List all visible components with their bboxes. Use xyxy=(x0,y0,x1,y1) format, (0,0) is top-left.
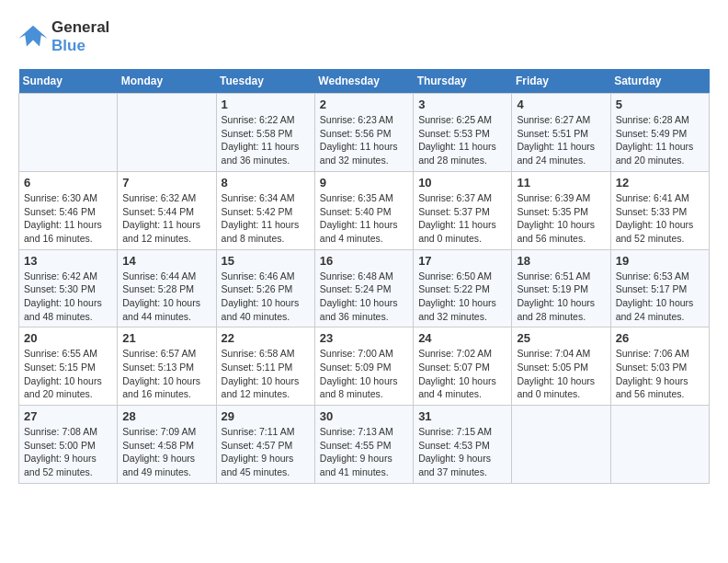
calendar-cell xyxy=(118,94,216,172)
day-info: Sunrise: 6:57 AM Sunset: 5:13 PM Dayligh… xyxy=(122,347,210,401)
day-number: 23 xyxy=(320,331,408,345)
calendar-cell: 12Sunrise: 6:41 AM Sunset: 5:33 PM Dayli… xyxy=(610,171,709,249)
logo-text-blue: Blue xyxy=(51,37,109,55)
day-info: Sunrise: 6:28 AM Sunset: 5:49 PM Dayligh… xyxy=(616,113,704,167)
day-number: 28 xyxy=(122,409,210,423)
calendar-cell: 29Sunrise: 7:11 AM Sunset: 4:57 PM Dayli… xyxy=(216,406,314,484)
day-number: 6 xyxy=(24,176,112,190)
day-number: 8 xyxy=(222,176,310,190)
day-number: 19 xyxy=(616,254,704,268)
day-number: 7 xyxy=(122,176,210,190)
calendar-cell: 19Sunrise: 6:53 AM Sunset: 5:17 PM Dayli… xyxy=(610,249,709,327)
day-number: 21 xyxy=(122,331,210,345)
calendar-cell: 25Sunrise: 7:04 AM Sunset: 5:05 PM Dayli… xyxy=(512,327,610,406)
calendar-cell: 18Sunrise: 6:51 AM Sunset: 5:19 PM Dayli… xyxy=(512,249,610,327)
day-info: Sunrise: 7:11 AM Sunset: 4:57 PM Dayligh… xyxy=(222,425,310,479)
logo-bird-icon xyxy=(18,24,48,50)
calendar-cell: 31Sunrise: 7:15 AM Sunset: 4:53 PM Dayli… xyxy=(414,406,512,484)
day-info: Sunrise: 6:34 AM Sunset: 5:42 PM Dayligh… xyxy=(222,191,310,246)
day-info: Sunrise: 6:48 AM Sunset: 5:24 PM Dayligh… xyxy=(320,270,408,324)
calendar-cell: 21Sunrise: 6:57 AM Sunset: 5:13 PM Dayli… xyxy=(118,327,216,406)
day-info: Sunrise: 7:02 AM Sunset: 5:07 PM Dayligh… xyxy=(418,347,506,401)
day-info: Sunrise: 6:39 AM Sunset: 5:35 PM Dayligh… xyxy=(517,191,605,246)
calendar-cell: 10Sunrise: 6:37 AM Sunset: 5:37 PM Dayli… xyxy=(414,171,512,249)
day-number: 13 xyxy=(24,254,112,268)
day-number: 31 xyxy=(418,409,506,423)
calendar-cell: 15Sunrise: 6:46 AM Sunset: 5:26 PM Dayli… xyxy=(216,249,314,327)
day-info: Sunrise: 7:08 AM Sunset: 5:00 PM Dayligh… xyxy=(24,425,112,479)
calendar-cell: 27Sunrise: 7:08 AM Sunset: 5:00 PM Dayli… xyxy=(19,406,118,484)
day-number: 29 xyxy=(222,409,310,423)
calendar-cell: 16Sunrise: 6:48 AM Sunset: 5:24 PM Dayli… xyxy=(314,249,413,327)
day-number: 17 xyxy=(418,254,506,268)
day-number: 9 xyxy=(320,176,408,190)
calendar-week-row: 13Sunrise: 6:42 AM Sunset: 5:30 PM Dayli… xyxy=(19,249,710,327)
day-info: Sunrise: 6:46 AM Sunset: 5:26 PM Dayligh… xyxy=(222,270,310,324)
calendar-week-row: 1Sunrise: 6:22 AM Sunset: 5:58 PM Daylig… xyxy=(19,94,710,172)
calendar-cell: 30Sunrise: 7:13 AM Sunset: 4:55 PM Dayli… xyxy=(314,406,413,484)
day-number: 4 xyxy=(517,98,605,111)
day-number: 11 xyxy=(517,176,605,190)
calendar-cell xyxy=(512,406,610,484)
calendar-cell: 28Sunrise: 7:09 AM Sunset: 4:58 PM Dayli… xyxy=(118,406,216,484)
weekday-header-cell: Tuesday xyxy=(216,69,314,94)
calendar-cell: 17Sunrise: 6:50 AM Sunset: 5:22 PM Dayli… xyxy=(414,249,512,327)
day-number: 30 xyxy=(320,409,408,423)
day-number: 27 xyxy=(24,409,112,423)
calendar-cell: 1Sunrise: 6:22 AM Sunset: 5:58 PM Daylig… xyxy=(216,94,314,172)
calendar-cell: 11Sunrise: 6:39 AM Sunset: 5:35 PM Dayli… xyxy=(512,171,610,249)
calendar-cell: 20Sunrise: 6:55 AM Sunset: 5:15 PM Dayli… xyxy=(19,327,118,406)
day-number: 18 xyxy=(517,254,605,268)
day-number: 12 xyxy=(616,176,704,190)
day-info: Sunrise: 7:04 AM Sunset: 5:05 PM Dayligh… xyxy=(517,347,605,401)
day-number: 25 xyxy=(517,331,605,345)
day-info: Sunrise: 6:30 AM Sunset: 5:46 PM Dayligh… xyxy=(24,191,112,246)
calendar-cell: 26Sunrise: 7:06 AM Sunset: 5:03 PM Dayli… xyxy=(610,327,709,406)
calendar-week-row: 27Sunrise: 7:08 AM Sunset: 5:00 PM Dayli… xyxy=(19,406,710,484)
weekday-header-cell: Monday xyxy=(118,69,216,94)
calendar-cell: 6Sunrise: 6:30 AM Sunset: 5:46 PM Daylig… xyxy=(19,171,118,249)
calendar-cell: 4Sunrise: 6:27 AM Sunset: 5:51 PM Daylig… xyxy=(512,94,610,172)
day-info: Sunrise: 6:50 AM Sunset: 5:22 PM Dayligh… xyxy=(418,270,506,324)
weekday-header-cell: Saturday xyxy=(610,69,709,94)
day-number: 15 xyxy=(222,254,310,268)
calendar-week-row: 6Sunrise: 6:30 AM Sunset: 5:46 PM Daylig… xyxy=(19,171,710,249)
logo: General Blue xyxy=(18,18,109,54)
day-number: 14 xyxy=(122,254,210,268)
calendar-table: SundayMondayTuesdayWednesdayThursdayFrid… xyxy=(18,69,710,484)
day-number: 3 xyxy=(418,98,506,111)
calendar-cell xyxy=(19,94,118,172)
calendar-week-row: 20Sunrise: 6:55 AM Sunset: 5:15 PM Dayli… xyxy=(19,327,710,406)
day-info: Sunrise: 6:35 AM Sunset: 5:40 PM Dayligh… xyxy=(320,191,408,246)
day-number: 16 xyxy=(320,254,408,268)
calendar-cell: 7Sunrise: 6:32 AM Sunset: 5:44 PM Daylig… xyxy=(118,171,216,249)
day-info: Sunrise: 6:58 AM Sunset: 5:11 PM Dayligh… xyxy=(222,347,310,401)
day-info: Sunrise: 6:51 AM Sunset: 5:19 PM Dayligh… xyxy=(517,270,605,324)
svg-marker-0 xyxy=(18,25,48,46)
day-info: Sunrise: 6:37 AM Sunset: 5:37 PM Dayligh… xyxy=(418,191,506,246)
calendar-cell: 24Sunrise: 7:02 AM Sunset: 5:07 PM Dayli… xyxy=(414,327,512,406)
calendar-cell: 5Sunrise: 6:28 AM Sunset: 5:49 PM Daylig… xyxy=(610,94,709,172)
day-number: 20 xyxy=(24,331,112,345)
calendar-cell: 2Sunrise: 6:23 AM Sunset: 5:56 PM Daylig… xyxy=(314,94,413,172)
day-info: Sunrise: 6:27 AM Sunset: 5:51 PM Dayligh… xyxy=(517,113,605,167)
calendar-cell: 9Sunrise: 6:35 AM Sunset: 5:40 PM Daylig… xyxy=(314,171,413,249)
day-info: Sunrise: 6:25 AM Sunset: 5:53 PM Dayligh… xyxy=(418,113,506,167)
day-number: 24 xyxy=(418,331,506,345)
day-info: Sunrise: 7:15 AM Sunset: 4:53 PM Dayligh… xyxy=(418,425,506,479)
day-info: Sunrise: 6:42 AM Sunset: 5:30 PM Dayligh… xyxy=(24,270,112,324)
day-info: Sunrise: 6:32 AM Sunset: 5:44 PM Dayligh… xyxy=(122,191,210,246)
day-number: 26 xyxy=(616,331,704,345)
day-info: Sunrise: 6:53 AM Sunset: 5:17 PM Dayligh… xyxy=(616,270,704,324)
day-info: Sunrise: 6:41 AM Sunset: 5:33 PM Dayligh… xyxy=(616,191,704,246)
calendar-cell: 8Sunrise: 6:34 AM Sunset: 5:42 PM Daylig… xyxy=(216,171,314,249)
logo-text-general: General xyxy=(51,18,109,37)
calendar-cell: 22Sunrise: 6:58 AM Sunset: 5:11 PM Dayli… xyxy=(216,327,314,406)
weekday-header-cell: Friday xyxy=(512,69,610,94)
weekday-header-cell: Thursday xyxy=(414,69,512,94)
weekday-header-row: SundayMondayTuesdayWednesdayThursdayFrid… xyxy=(19,69,710,94)
calendar-cell: 14Sunrise: 6:44 AM Sunset: 5:28 PM Dayli… xyxy=(118,249,216,327)
day-info: Sunrise: 7:06 AM Sunset: 5:03 PM Dayligh… xyxy=(616,347,704,401)
day-number: 22 xyxy=(222,331,310,345)
day-info: Sunrise: 6:44 AM Sunset: 5:28 PM Dayligh… xyxy=(122,270,210,324)
